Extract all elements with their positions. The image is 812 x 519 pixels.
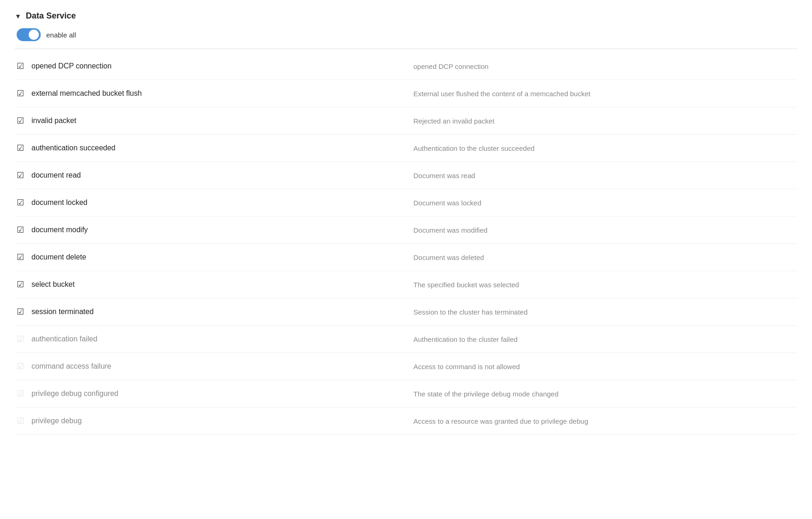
checkbox-icon-document-delete[interactable]: ☑: [17, 252, 27, 262]
event-description-external-memcached-bucket-flush: External user flushed the content of a m…: [406, 80, 798, 107]
event-left-document-locked[interactable]: ☑document locked: [15, 189, 406, 216]
event-left-select-bucket[interactable]: ☑select bucket: [15, 271, 406, 298]
checkbox-icon-document-modify[interactable]: ☑: [17, 225, 27, 235]
enable-all-toggle[interactable]: [17, 28, 41, 41]
event-left-privilege-debug-configured[interactable]: ☑privilege debug configured: [15, 380, 406, 408]
event-description-session-terminated: Session to the cluster has terminated: [406, 298, 798, 326]
event-name-authentication-succeeded: authentication succeeded: [31, 144, 115, 152]
event-description-document-read: Document was read: [406, 162, 798, 189]
event-description-document-locked: Document was locked: [406, 189, 798, 216]
page-container: ▼ Data Service enable all ☑opened DCP co…: [0, 0, 812, 519]
event-name-external-memcached-bucket-flush: external memcached bucket flush: [31, 89, 142, 98]
event-description-opened-dcp-connection: opened DCP connection: [406, 53, 798, 80]
event-name-authentication-failed: authentication failed: [31, 335, 97, 343]
checkbox-icon-document-read[interactable]: ☑: [17, 170, 27, 180]
event-name-session-terminated: session terminated: [31, 308, 93, 316]
event-name-document-locked: document locked: [31, 198, 87, 207]
event-description-privilege-debug-configured: The state of the privilege debug mode ch…: [406, 380, 798, 408]
section-divider: [15, 49, 797, 49]
event-left-command-access-failure[interactable]: ☑command access failure: [15, 353, 406, 380]
section-header[interactable]: ▼ Data Service: [15, 11, 797, 21]
checkbox-icon-authentication-succeeded[interactable]: ☑: [17, 143, 27, 153]
checkbox-icon-command-access-failure[interactable]: ☑: [17, 361, 27, 371]
event-description-authentication-failed: Authentication to the cluster failed: [406, 326, 798, 353]
event-left-authentication-failed[interactable]: ☑authentication failed: [15, 326, 406, 353]
event-description-authentication-succeeded: Authentication to the cluster succeeded: [406, 135, 798, 162]
checkbox-icon-invalid-packet[interactable]: ☑: [17, 116, 27, 126]
event-description-privilege-debug: Access to a resource was granted due to …: [406, 408, 798, 435]
event-description-invalid-packet: Rejected an invalid packet: [406, 107, 798, 135]
event-left-privilege-debug[interactable]: ☑privilege debug: [15, 408, 406, 435]
section-title: Data Service: [26, 11, 76, 21]
event-name-select-bucket: select bucket: [31, 280, 74, 289]
checkbox-icon-authentication-failed[interactable]: ☑: [17, 334, 27, 344]
toggle-slider: [17, 28, 41, 41]
event-left-authentication-succeeded[interactable]: ☑authentication succeeded: [15, 135, 406, 162]
event-name-opened-dcp-connection: opened DCP connection: [31, 62, 112, 70]
event-left-document-modify[interactable]: ☑document modify: [15, 216, 406, 244]
event-name-document-read: document read: [31, 171, 81, 179]
event-left-document-read[interactable]: ☑document read: [15, 162, 406, 189]
checkbox-icon-select-bucket[interactable]: ☑: [17, 279, 27, 290]
event-name-invalid-packet: invalid packet: [31, 117, 76, 125]
event-left-external-memcached-bucket-flush[interactable]: ☑external memcached bucket flush: [15, 80, 406, 107]
checkbox-icon-session-terminated[interactable]: ☑: [17, 307, 27, 317]
checkbox-icon-privilege-debug-configured[interactable]: ☑: [17, 389, 27, 399]
event-description-document-delete: Document was deleted: [406, 244, 798, 271]
chevron-icon: ▼: [15, 12, 21, 20]
checkbox-icon-privilege-debug[interactable]: ☑: [17, 416, 27, 426]
event-name-privilege-debug-configured: privilege debug configured: [31, 389, 118, 398]
checkbox-icon-external-memcached-bucket-flush[interactable]: ☑: [17, 88, 27, 99]
checkbox-icon-opened-dcp-connection[interactable]: ☑: [17, 61, 27, 71]
event-name-document-modify: document modify: [31, 226, 88, 234]
event-description-select-bucket: The specified bucket was selected: [406, 271, 798, 298]
event-description-command-access-failure: Access to command is not allowed: [406, 353, 798, 380]
event-left-invalid-packet[interactable]: ☑invalid packet: [15, 107, 406, 135]
event-name-privilege-debug: privilege debug: [31, 417, 82, 425]
enable-all-label: enable all: [46, 31, 76, 39]
event-left-document-delete[interactable]: ☑document delete: [15, 244, 406, 271]
event-description-document-modify: Document was modified: [406, 216, 798, 244]
event-name-document-delete: document delete: [31, 253, 86, 261]
events-grid: ☑opened DCP connectionopened DCP connect…: [15, 53, 797, 435]
checkbox-icon-document-locked[interactable]: ☑: [17, 198, 27, 208]
event-left-opened-dcp-connection[interactable]: ☑opened DCP connection: [15, 53, 406, 80]
event-left-session-terminated[interactable]: ☑session terminated: [15, 298, 406, 326]
event-name-command-access-failure: command access failure: [31, 362, 112, 371]
enable-all-row: enable all: [15, 28, 797, 41]
